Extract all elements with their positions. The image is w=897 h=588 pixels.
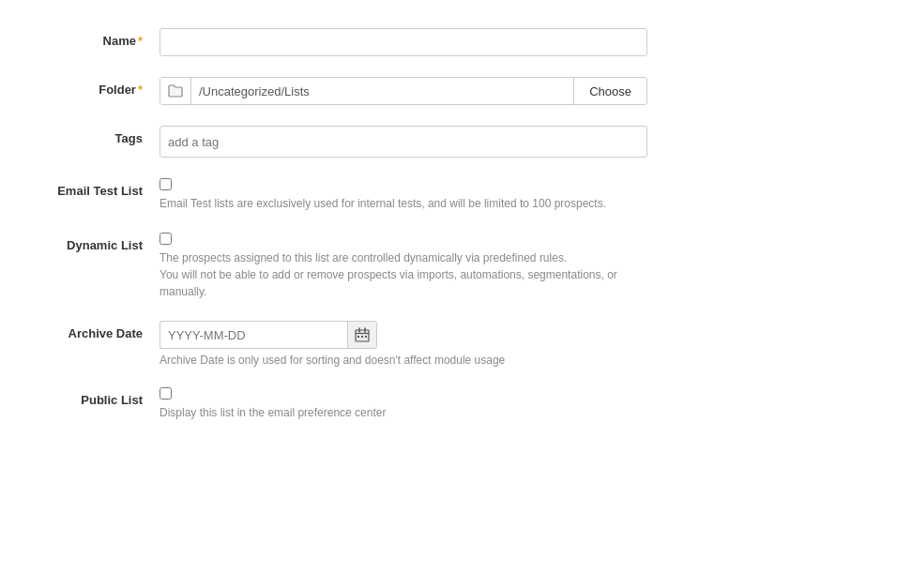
archive-date-wrapper xyxy=(160,321,647,349)
public-list-label: Public List xyxy=(38,387,160,407)
public-list-label-text: Public List xyxy=(81,393,143,407)
email-test-list-checkbox[interactable] xyxy=(160,178,172,190)
dynamic-list-content: The prospects assigned to this list are … xyxy=(160,233,647,300)
public-list-checkbox-line xyxy=(160,387,647,400)
calendar-button[interactable] xyxy=(347,321,377,349)
email-test-list-label-text: Email Test List xyxy=(57,184,143,198)
folder-label: Folder* xyxy=(38,77,160,97)
archive-date-row: Archive Date Archive Date is o xyxy=(38,321,859,367)
folder-content: /Uncategorized/Lists Choose xyxy=(160,77,647,105)
folder-wrapper: /Uncategorized/Lists Choose xyxy=(160,77,647,105)
svg-rect-6 xyxy=(365,336,367,338)
name-label: Name* xyxy=(38,28,160,48)
tags-label: Tags xyxy=(38,126,160,145)
archive-date-content: Archive Date is only used for sorting an… xyxy=(160,321,647,367)
public-list-content: Display this list in the email preferenc… xyxy=(160,387,647,421)
public-list-description: Display this list in the email preferenc… xyxy=(160,404,647,421)
dynamic-list-label: Dynamic List xyxy=(38,233,160,252)
svg-rect-4 xyxy=(357,336,359,338)
email-test-list-row: Email Test List Email Test lists are exc… xyxy=(38,178,859,212)
email-test-list-description: Email Test lists are exclusively used fo… xyxy=(160,195,647,212)
email-test-list-label: Email Test List xyxy=(38,178,160,198)
archive-date-label-text: Archive Date xyxy=(68,326,143,340)
dynamic-list-label-text: Dynamic List xyxy=(67,238,143,252)
email-test-list-checkbox-line xyxy=(160,178,647,190)
dynamic-list-checkbox-line xyxy=(160,233,647,245)
public-list-row: Public List Display this list in the ema… xyxy=(38,387,859,421)
public-list-checkbox[interactable] xyxy=(160,387,172,400)
tags-content xyxy=(160,126,647,158)
form-container: Name* Folder* /Uncategorized/Lists Choos… xyxy=(0,0,897,470)
tags-input[interactable] xyxy=(160,126,647,158)
name-label-text: Name xyxy=(103,34,136,48)
folder-row: Folder* /Uncategorized/Lists Choose xyxy=(38,77,859,105)
folder-path-text: /Uncategorized/Lists xyxy=(191,81,573,102)
name-required-indicator: * xyxy=(138,34,143,48)
dynamic-list-desc-line1: The prospects assigned to this list are … xyxy=(160,251,567,264)
dynamic-list-row: Dynamic List The prospects assigned to t… xyxy=(38,233,859,300)
dynamic-list-desc-line2: You will not be able to add or remove pr… xyxy=(160,268,617,298)
folder-required-indicator: * xyxy=(138,83,143,97)
folder-icon-cell xyxy=(160,78,191,104)
archive-date-label: Archive Date xyxy=(38,321,160,340)
svg-rect-5 xyxy=(361,336,363,338)
dynamic-list-description: The prospects assigned to this list are … xyxy=(160,249,647,300)
calendar-icon xyxy=(355,327,370,342)
name-content xyxy=(160,28,647,56)
dynamic-list-checkbox[interactable] xyxy=(160,233,172,245)
archive-date-input[interactable] xyxy=(160,321,347,349)
folder-label-text: Folder xyxy=(99,83,136,97)
tags-label-text: Tags xyxy=(115,131,143,145)
folder-icon xyxy=(168,84,183,98)
name-row: Name* xyxy=(38,28,859,56)
archive-date-hint: Archive Date is only used for sorting an… xyxy=(160,354,647,367)
name-input[interactable] xyxy=(160,28,647,56)
email-test-list-content: Email Test lists are exclusively used fo… xyxy=(160,178,647,212)
choose-button[interactable]: Choose xyxy=(573,78,646,104)
tags-row: Tags xyxy=(38,126,859,158)
